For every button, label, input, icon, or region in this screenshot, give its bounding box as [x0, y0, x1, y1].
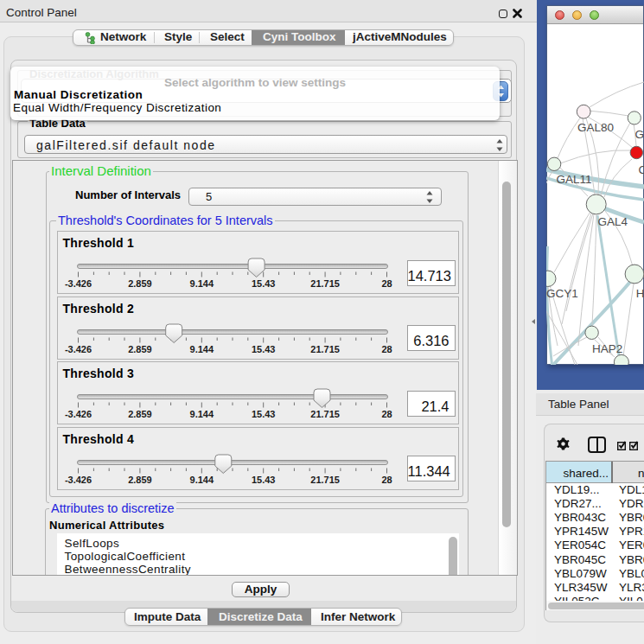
svg-text:15.43: 15.43: [251, 344, 275, 354]
svg-text:2.859: 2.859: [128, 475, 152, 485]
svg-text:9.144: 9.144: [189, 409, 214, 419]
svg-text:2.859: 2.859: [128, 344, 152, 354]
svg-text:GAL: GAL: [635, 128, 644, 141]
svg-text:-3.426: -3.426: [64, 409, 91, 419]
svg-text:21.715: 21.715: [310, 409, 340, 419]
svg-text:2.859: 2.859: [128, 278, 152, 289]
svg-text:GAL11: GAL11: [556, 173, 591, 186]
svg-text:28: 28: [381, 344, 392, 354]
svg-text:28: 28: [381, 278, 392, 289]
svg-text:21.715: 21.715: [310, 475, 340, 485]
svg-text:15.43: 15.43: [251, 409, 275, 419]
svg-text:-3.426: -3.426: [64, 475, 91, 485]
svg-text:-3.426: -3.426: [64, 278, 91, 289]
svg-text:21.715: 21.715: [310, 344, 340, 354]
svg-text:HAP2: HAP2: [592, 342, 622, 355]
svg-text:GAL80: GAL80: [577, 121, 614, 134]
svg-text:9.144: 9.144: [189, 344, 214, 354]
svg-text:28: 28: [381, 475, 392, 485]
svg-text:21.715: 21.715: [310, 278, 340, 289]
svg-text:15.43: 15.43: [251, 278, 275, 289]
svg-text:GAL4: GAL4: [598, 215, 628, 228]
svg-text:15.43: 15.43: [251, 475, 275, 485]
svg-text:9.144: 9.144: [189, 475, 214, 485]
svg-text:GCY1: GCY1: [546, 287, 578, 300]
svg-text:-3.426: -3.426: [64, 344, 91, 354]
svg-text:28: 28: [381, 409, 392, 419]
svg-text:H: H: [636, 287, 644, 300]
svg-text:C: C: [639, 163, 644, 176]
svg-text:2.859: 2.859: [128, 409, 152, 419]
svg-text:9.144: 9.144: [189, 278, 214, 289]
